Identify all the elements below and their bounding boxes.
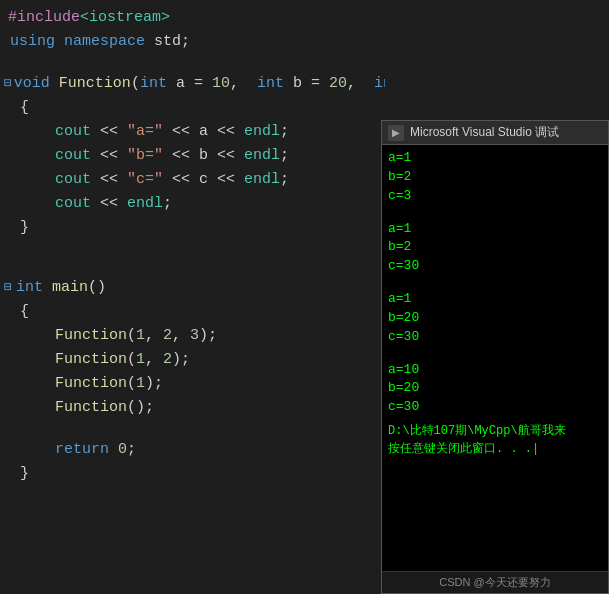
code-line-include: #include<iostream> (0, 6, 385, 30)
console-footer: CSDN @今天还要努力 (382, 571, 608, 593)
collapse-func-icon[interactable]: ⊟ (4, 74, 12, 94)
cout-endl-line: cout << endl ; (0, 192, 385, 216)
param-int-a: int (140, 72, 167, 95)
brace-open-main: { (0, 300, 385, 324)
console-footer-text: CSDN @今天还要努力 (439, 576, 550, 588)
blank-line-4 (0, 420, 385, 438)
return-line: return 0 ; (0, 438, 385, 462)
call-func-1-2: Function ( 1 , 2 ); (0, 348, 385, 372)
include-lib: <iostream> (80, 6, 170, 29)
kw-void: void (14, 72, 50, 95)
console-output: a=1b=2c=3a=1b=2c=30a=1b=20c=30a=10b=20c=… (388, 149, 602, 417)
main-func-name: main (52, 276, 88, 299)
collapse-main-icon[interactable]: ⊟ (4, 278, 14, 298)
console-app-icon: ▶ (388, 125, 404, 141)
func-name: Function (59, 72, 131, 95)
code-line-func-def: ⊟ void Function ( int a = 10 , int b = 2… (0, 72, 385, 96)
console-window: ▶ Microsoft Visual Studio 调试 a=1b=2c=3a=… (381, 120, 609, 594)
brace-close-main: } (0, 462, 385, 486)
code-editor: #include<iostream> using namespace std; … (0, 0, 385, 594)
call-func-empty: Function (); (0, 396, 385, 420)
code-line-main-def: ⊟ int main () (0, 276, 385, 300)
param-val-20: 20 (329, 72, 347, 95)
console-title: Microsoft Visual Studio 调试 (410, 124, 559, 141)
code-line-using: using namespace std; (0, 30, 385, 54)
kw-namespace: namespace (64, 30, 145, 53)
param-val-10: 10 (212, 72, 230, 95)
kw-int-main: int (16, 276, 43, 299)
blank-line-1 (0, 54, 385, 72)
call-func-1-2-3: Function ( 1 , 2 , 3 ); (0, 324, 385, 348)
console-prompt: 按任意键关闭此窗口. . .| (388, 441, 602, 458)
kw-using: using (10, 30, 55, 53)
blank-line-3 (0, 258, 385, 276)
include-keyword: #include (8, 6, 80, 29)
brace-open-func: { (0, 96, 385, 120)
cout-b-line: cout << "b=" << b << endl ; (0, 144, 385, 168)
brace-close-func: } (0, 216, 385, 240)
cout-c-line: cout << "c=" << c << endl ; (0, 168, 385, 192)
console-path: D:\比特107期\MyCpp\航哥我来 (388, 423, 602, 440)
console-body: a=1b=2c=3a=1b=2c=30a=1b=20c=30a=10b=20c=… (382, 145, 608, 571)
param-int-c: int (374, 72, 385, 95)
call-func-1: Function ( 1 ); (0, 372, 385, 396)
blank-line-2 (0, 240, 385, 258)
console-titlebar: ▶ Microsoft Visual Studio 调试 (382, 121, 608, 145)
cout-a-line: cout << "a=" << a << endl ; (0, 120, 385, 144)
param-int-b: int (257, 72, 284, 95)
